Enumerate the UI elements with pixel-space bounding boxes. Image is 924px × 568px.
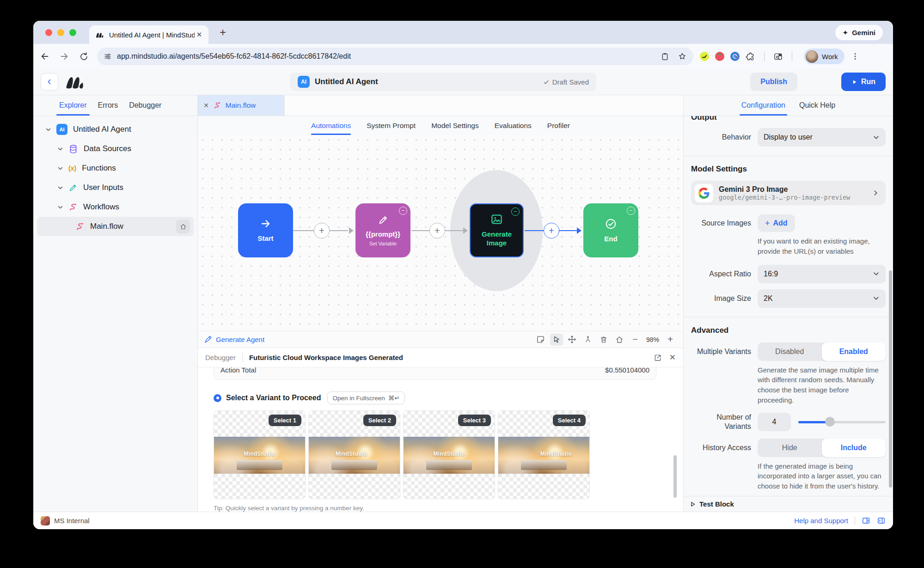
site-info-icon[interactable] [104,52,112,61]
add-step-button[interactable]: + [544,223,559,238]
zoom-level[interactable]: 98% [646,336,659,343]
agent-title-pill[interactable]: AI Untitled AI Agent Draft Saved [290,73,596,91]
slider-thumb[interactable] [825,417,835,427]
variant-card-4[interactable]: MindStudio Select 4 [498,410,590,499]
chevron-down-icon[interactable] [57,165,64,171]
publish-button[interactable]: Publish [750,73,797,91]
tab-evaluations[interactable]: Evaluations [495,116,532,135]
debugger-scrollbar[interactable] [673,455,677,498]
profile-button[interactable]: Work [804,49,844,64]
behavior-select[interactable]: Display to user [758,128,886,147]
variant-card-3[interactable]: MindStudio Select 3 [403,410,495,499]
toggle-panel-right-icon[interactable] [877,516,886,525]
tab-quick-help[interactable]: Quick Help [799,95,835,116]
open-fullscreen-button[interactable]: Open in Fullscreen ⌘↵ [327,391,404,404]
chevron-down-icon[interactable] [45,127,52,133]
zoom-in-icon[interactable]: + [664,334,677,346]
tab-system-prompt[interactable]: System Prompt [367,116,416,135]
zoom-out-icon[interactable]: − [629,334,642,346]
node-end[interactable]: − End [583,203,638,257]
variants-disabled-option[interactable]: Disabled [758,342,822,361]
extension-icon-yellow[interactable] [700,52,709,61]
reload-icon[interactable] [76,49,92,64]
select-variant-button[interactable]: Select 4 [553,415,586,426]
node-set-variable[interactable]: − {{prompt}} Set Variable [355,203,410,257]
open-external-icon[interactable] [654,354,662,362]
tree-item-functions[interactable]: (x) Functions [33,159,197,178]
aspect-ratio-select[interactable]: 16:9 [758,265,886,283]
tab-explorer[interactable]: Explorer [59,95,87,116]
tab-debugger[interactable]: Debugger [129,95,161,116]
model-card[interactable]: Gemini 3 Pro Image google/gemini-3-…-pro… [691,181,886,205]
tree-item-data-sources[interactable]: Data Sources [33,139,197,159]
select-variant-button[interactable]: Select 1 [269,415,301,426]
tab-close-icon[interactable]: ✕ [195,31,204,39]
minimize-window-button[interactable] [57,29,64,36]
extension-icon-lock[interactable] [730,52,740,61]
generate-agent-button[interactable]: Generate Agent [204,336,264,343]
app-back-button[interactable] [41,73,58,91]
node-generate-image[interactable]: − Generate Image [470,203,524,257]
clipboard-icon[interactable] [661,52,669,61]
url-bar[interactable]: app.mindstudio.ai/agents/5e54eb65-fc62-4… [97,48,693,65]
tab-configuration[interactable]: Configuration [741,95,785,116]
config-scroll-area[interactable]: Output Behavior Display to user Model Se… [684,116,893,496]
mindstudio-logo[interactable] [65,74,86,89]
add-source-image-button[interactable]: + Add [758,214,795,232]
forward-icon[interactable] [56,49,72,64]
extension-icon-strawberry[interactable] [715,52,724,61]
auto-layout-icon[interactable] [581,334,594,346]
tree-item-workflows[interactable]: Workflows [33,197,197,217]
history-include-option[interactable]: Include [822,439,886,457]
run-button[interactable]: Run [841,73,886,91]
tab-search-icon[interactable] [773,52,783,61]
panel-scrollbar[interactable] [889,270,892,488]
tab-profiler[interactable]: Profiler [547,116,570,135]
chevron-down-icon[interactable] [57,204,64,210]
extensions-puzzle-icon[interactable] [746,52,755,61]
history-hide-option[interactable]: Hide [758,439,822,457]
select-tool-icon[interactable] [550,334,563,346]
help-and-support-link[interactable]: Help and Support [794,517,848,525]
trash-icon[interactable] [597,334,610,346]
toggle-panel-left-icon[interactable] [862,516,870,525]
variant-count-value[interactable]: 4 [758,413,791,431]
collapse-node-icon[interactable]: − [511,208,520,216]
browser-menu-icon[interactable] [851,52,860,61]
new-tab-button[interactable]: + [216,25,230,39]
add-step-button[interactable]: + [429,223,445,238]
workspace-name[interactable]: MS Internal [54,517,90,525]
maximize-window-button[interactable] [69,29,76,36]
variants-enabled-option[interactable]: Enabled [822,342,886,361]
comment-note-icon[interactable] [534,334,547,346]
chevron-down-icon[interactable] [57,185,64,191]
debugger-label[interactable]: Debugger [205,354,236,361]
tab-errors[interactable]: Errors [98,95,118,116]
browser-tab[interactable]: Untitled AI Agent | MindStudi ✕ [89,25,208,44]
variant-count-slider[interactable] [798,413,886,431]
back-icon[interactable] [37,49,53,64]
tab-model-settings[interactable]: Model Settings [431,116,479,135]
flow-canvas[interactable]: Start − {{prompt}} Set Variable − Genera… [198,135,683,331]
bookmark-star-icon[interactable] [678,52,687,61]
pan-tool-icon[interactable] [566,334,579,346]
select-variant-button[interactable]: Select 2 [363,415,396,426]
test-block-row[interactable]: Test Block [684,496,893,512]
variant-card-1[interactable]: MindStudio Select 1 [214,410,306,499]
tree-item-user-inputs[interactable]: User Inputs [33,178,197,197]
close-icon[interactable]: ✕ [203,102,209,109]
file-tab-main-flow[interactable]: ✕ Main.flow [198,95,285,116]
chevron-down-icon[interactable] [57,146,64,152]
select-variant-button[interactable]: Select 3 [458,415,491,426]
workspace-icon[interactable] [41,516,50,525]
node-start[interactable]: Start [238,203,293,257]
image-size-select[interactable]: 2K [758,289,886,308]
tree-item-agent[interactable]: AI Untitled AI Agent [33,120,197,139]
gemini-button[interactable]: ✦ Gemini [835,25,883,40]
close-window-button[interactable] [45,29,52,36]
home-icon[interactable] [176,220,190,233]
add-step-button[interactable]: + [314,223,330,238]
home-view-icon[interactable] [613,334,626,346]
tab-automations[interactable]: Automations [311,116,351,135]
close-debugger-icon[interactable]: ✕ [669,353,676,362]
